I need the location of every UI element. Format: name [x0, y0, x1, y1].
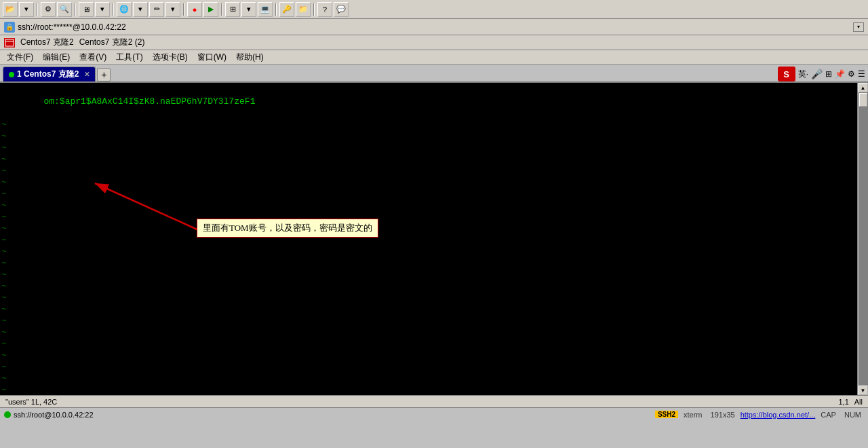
tab-close-btn[interactable]: ✕ [84, 71, 90, 78]
scroll-up-btn[interactable]: ▲ [859, 83, 868, 92]
toolbar-btn-dropdown4[interactable]: ▾ [165, 2, 180, 17]
tilde-line-8: ~ [0, 200, 857, 211]
menu-bar: 文件(F) 编辑(E) 查看(V) 工具(T) 选项卡(B) 窗口(W) 帮助(… [0, 50, 868, 65]
toolbar-sep-1 [37, 3, 38, 16]
tilde-line-19: ~ [0, 326, 857, 338]
terminal-container: om:$apr1$A8AxC14I$zK8.naEDP6hV7DY3l7zeF1… [0, 83, 868, 395]
status-position: 1,1 [838, 398, 848, 406]
tilde-line-5: ~ [0, 165, 857, 176]
tilde-line-14: ~ [0, 269, 857, 280]
menu-help[interactable]: 帮助(H) [232, 50, 268, 64]
bottom-bar: ssh://root@10.0.0.42:22 SSH2 xterm 191x3… [0, 407, 868, 421]
ime-mic-icon[interactable]: 🎤 [811, 69, 823, 79]
tilde-line-2: ~ [0, 130, 857, 142]
menu-window[interactable]: 窗口(W) [193, 50, 231, 64]
toolbar-btn-folder[interactable]: 📁 [296, 2, 311, 17]
toolbar-btn-monitor[interactable]: 💻 [258, 2, 273, 17]
tilde-line-18: ~ [0, 315, 857, 326]
tab-label: 1 Centos7 克隆2 [17, 69, 79, 80]
sogou-logo: S [778, 67, 795, 81]
status-bar: "users" 1L, 42C 1,1 All [0, 395, 868, 407]
toolbar-btn-dropdown3[interactable]: ▾ [133, 2, 148, 17]
status-mode: All [854, 398, 863, 406]
tab-active-dot [9, 72, 14, 77]
cap-badge: CAP [818, 411, 839, 419]
bottom-address: ssh://root@10.0.0.42:22 [14, 411, 94, 419]
menu-file[interactable]: 文件(F) [3, 50, 37, 64]
tilde-line-6: ~ [0, 176, 857, 188]
toolbar-btn-chat[interactable]: 💬 [334, 2, 349, 17]
toolbar-sep-3 [113, 3, 114, 16]
size-badge: 191x35 [708, 411, 738, 419]
tab-strip: 1 Centos7 克隆2 ✕ + S 英· 🎤 ⊞ 📌 ⚙ ☰ [0, 65, 868, 83]
tilde-line-9: ~ [0, 211, 857, 223]
toolbar-btn-dropdown1[interactable]: ▾ [19, 2, 34, 17]
ime-mode-label[interactable]: 英· [798, 69, 808, 80]
address-bar: 🔒 ssh://root:******@10.0.0.42:22 ▾ [0, 19, 868, 35]
toolbar-btn-key[interactable]: 🔑 [279, 2, 294, 17]
toolbar-btn-globe[interactable]: 🌐 [117, 2, 132, 17]
session-title-bar: Centos7 克隆2 Centos7 克隆2 (2) [0, 35, 868, 50]
toolbar-btn-red[interactable]: ● [187, 2, 202, 17]
connection-status-dot [4, 411, 11, 418]
svg-rect-0 [5, 39, 14, 46]
tilde-line-10: ~ [0, 223, 857, 234]
terminal-screen[interactable]: om:$apr1$A8AxC14I$zK8.naEDP6hV7DY3l7zeF1… [0, 83, 857, 395]
term-badge: xterm [681, 411, 705, 419]
session-tab-2[interactable]: Centos7 克隆2 (2) [79, 37, 145, 48]
tilde-line-23: ~ [0, 373, 857, 384]
menu-tabs[interactable]: 选项卡(B) [149, 50, 192, 64]
toolbar-sep-4 [183, 3, 184, 16]
toolbar-btn-session[interactable]: 🖥 [79, 2, 94, 17]
status-right: 1,1 All [838, 398, 865, 406]
toolbar-sep-6 [275, 3, 277, 16]
toolbar-btn-dropdown5[interactable]: ▾ [241, 2, 256, 17]
toolbar-btn-green[interactable]: ▶ [203, 2, 218, 17]
ime-pin-icon[interactable]: 📌 [835, 69, 845, 79]
toolbar-btn-dropdown2[interactable]: ▾ [95, 2, 110, 17]
tilde-line-21: ~ [0, 350, 857, 361]
tilde-line-11: ~ [0, 234, 857, 246]
tilde-line-22: ~ [0, 361, 857, 373]
toolbar-sep-5 [221, 3, 222, 16]
ssh2-badge: SSH2 [655, 411, 678, 418]
menu-view[interactable]: 查看(V) [75, 50, 111, 64]
bottom-left: ssh://root@10.0.0.42:22 [0, 411, 98, 419]
tilde-line-4: ~ [0, 153, 857, 165]
ime-menu-icon[interactable]: ☰ [858, 69, 865, 79]
scroll-thumb[interactable] [859, 93, 867, 107]
terminal-prompt-line: om:$apr1$A8AxC14I$zK8.naEDP6hV7DY3l7zeF1 [0, 84, 857, 119]
toolbar-btn-help[interactable]: ? [317, 2, 332, 17]
toolbar-sep-2 [75, 3, 76, 16]
terminal-scrollbar[interactable]: ▲ ▼ [857, 83, 868, 395]
toolbar-btn-grid[interactable]: ⊞ [225, 2, 240, 17]
session-tab-1[interactable]: Centos7 克隆2 [20, 37, 74, 48]
toolbar-btn-search[interactable]: 🔍 [57, 2, 72, 17]
session-icon-1 [4, 38, 15, 48]
url-link[interactable]: https://blog.csdn.net/... [741, 411, 816, 419]
tilde-line-16: ~ [0, 292, 857, 303]
address-text: ssh://root:******@10.0.0.42:22 [18, 22, 126, 32]
address-dropdown[interactable]: ▾ [853, 22, 864, 32]
annotation-tooltip: 里面有TOM账号，以及密码，密码是密文的 [197, 219, 378, 238]
tilde-line-12: ~ [0, 246, 857, 257]
tilde-line-17: ~ [0, 303, 857, 315]
toolbar-sep-7 [313, 3, 315, 16]
toolbar-btn-settings[interactable]: ⚙ [41, 2, 56, 17]
annotation-text: 里面有TOM账号，以及密码，密码是密文的 [203, 223, 372, 233]
menu-edit[interactable]: 编辑(E) [39, 50, 74, 64]
toolbar-btn-open[interactable]: 📂 [3, 2, 18, 17]
tab-add-btn[interactable]: + [97, 68, 111, 81]
ime-grid-icon[interactable]: ⊞ [825, 69, 832, 79]
ime-settings-icon[interactable]: ⚙ [848, 69, 855, 79]
bottom-right: SSH2 xterm 191x35 https://blog.csdn.net/… [655, 411, 868, 419]
menu-tools[interactable]: 工具(T) [112, 50, 146, 64]
tilde-line-24: ~ [0, 384, 857, 395]
tilde-line-20: ~ [0, 338, 857, 350]
toolbar-btn-edit[interactable]: ✏ [149, 2, 164, 17]
tilde-line-15: ~ [0, 280, 857, 292]
tilde-line-13: ~ [0, 257, 857, 269]
tab-centos7-clone2[interactable]: 1 Centos7 克隆2 ✕ [3, 67, 96, 81]
terminal-prompt-text: om:$apr1$A8AxC14I$zK8.naEDP6hV7DY3l7zeF1 [43, 96, 255, 107]
scroll-down-btn[interactable]: ▼ [859, 386, 868, 395]
